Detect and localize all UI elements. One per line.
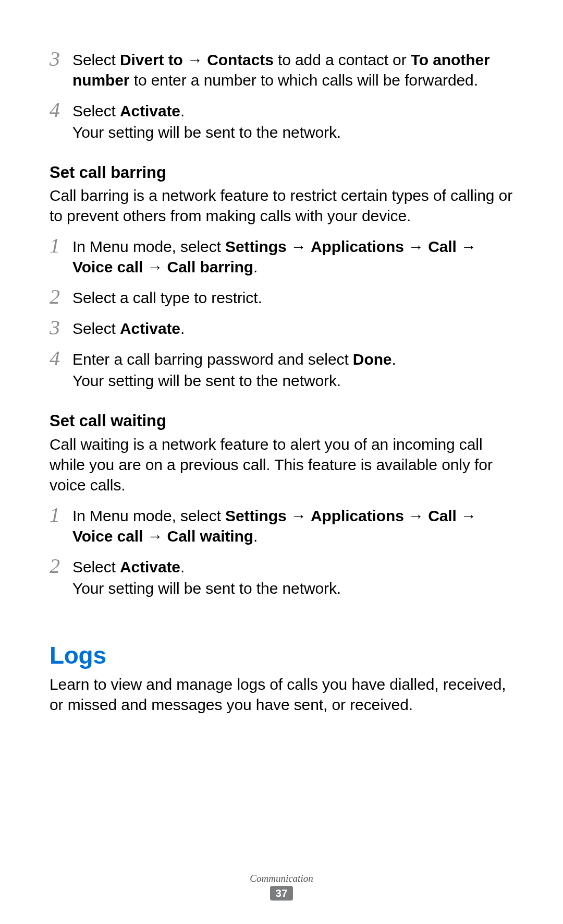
intro-logs: Learn to view and manage logs of calls y… <box>50 674 513 715</box>
barring-step: 4Enter a call barring password and selec… <box>50 348 513 391</box>
step-text: In Menu mode, select Settings → Applicat… <box>72 506 513 546</box>
step-text: Your setting will be sent to the network… <box>72 578 513 598</box>
step-text: Your setting will be sent to the network… <box>72 370 513 391</box>
section-title-logs: Logs <box>50 640 513 671</box>
step-body: In Menu mode, select Settings → Applicat… <box>72 235 513 277</box>
step-body: Select Activate. <box>72 317 513 339</box>
intro-call-barring: Call barring is a network feature to res… <box>50 185 513 226</box>
step-text: Select Activate. <box>72 318 513 339</box>
step-text: Select Divert to → Contacts to add a con… <box>72 50 513 90</box>
step-text: Your setting will be sent to the network… <box>72 122 513 142</box>
top-step: 4Select Activate.Your setting will be se… <box>50 100 513 142</box>
step-text: In Menu mode, select Settings → Applicat… <box>72 236 513 277</box>
step-number: 1 <box>50 235 72 256</box>
waiting-step: 2Select Activate.Your setting will be se… <box>50 556 513 598</box>
step-number: 3 <box>50 317 72 338</box>
step-number: 4 <box>50 100 72 121</box>
step-text: Enter a call barring password and select… <box>72 349 513 369</box>
barring-step: 2Select a call type to restrict. <box>50 286 513 308</box>
step-number: 2 <box>50 556 72 577</box>
top-step: 3Select Divert to → Contacts to add a co… <box>50 49 513 90</box>
step-body: In Menu mode, select Settings → Applicat… <box>72 505 513 546</box>
page-number-badge: 37 <box>270 886 292 901</box>
step-number: 4 <box>50 348 72 369</box>
step-number: 1 <box>50 505 72 525</box>
subheading-call-barring: Set call barring <box>50 162 513 183</box>
footer-chapter: Communication <box>0 873 563 884</box>
step-body: Select Divert to → Contacts to add a con… <box>72 49 513 90</box>
step-text: Select Activate. <box>72 101 513 121</box>
step-body: Enter a call barring password and select… <box>72 348 513 391</box>
manual-page: 3Select Divert to → Contacts to add a co… <box>0 0 563 924</box>
waiting-step: 1In Menu mode, select Settings → Applica… <box>50 505 513 546</box>
page-footer: Communication 37 <box>0 873 563 901</box>
step-body: Select Activate.Your setting will be sen… <box>72 100 513 142</box>
subheading-call-waiting: Set call waiting <box>50 411 513 431</box>
step-number: 2 <box>50 286 72 307</box>
step-text: Select Activate. <box>72 557 513 577</box>
step-body: Select a call type to restrict. <box>72 286 513 308</box>
page-content: 3Select Divert to → Contacts to add a co… <box>50 49 513 715</box>
step-number: 3 <box>50 49 72 69</box>
step-body: Select Activate.Your setting will be sen… <box>72 556 513 598</box>
barring-step: 3Select Activate. <box>50 317 513 339</box>
barring-step: 1In Menu mode, select Settings → Applica… <box>50 235 513 277</box>
step-text: Select a call type to restrict. <box>72 287 513 308</box>
intro-call-waiting: Call waiting is a network feature to ale… <box>50 434 513 495</box>
